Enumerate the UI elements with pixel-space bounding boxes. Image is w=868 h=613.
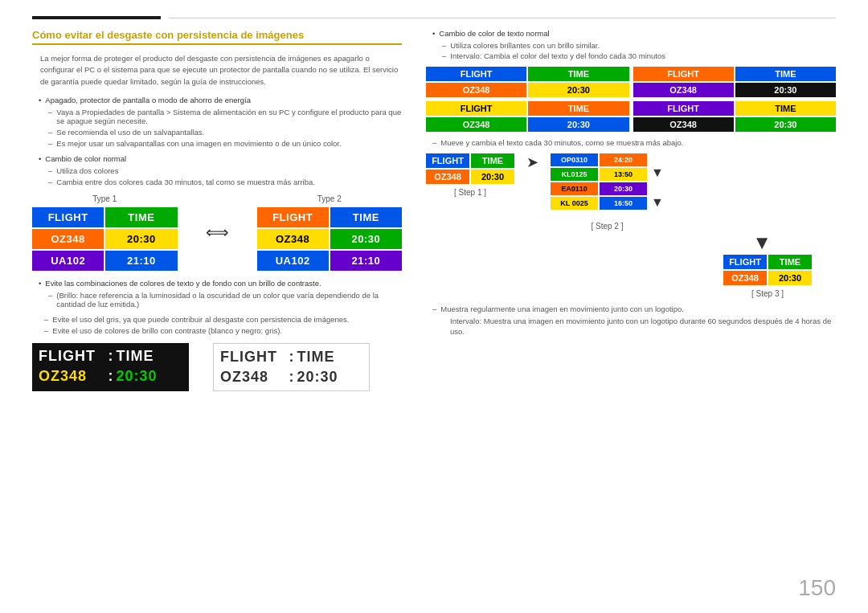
bottom-d2-oz348: OZ348 bbox=[220, 369, 286, 386]
step3-oz: OZ348 bbox=[723, 271, 767, 285]
ce1-time: TIME bbox=[528, 67, 628, 81]
ce4-2030: 20:30 bbox=[735, 117, 836, 132]
dash-note-2: Evite el uso de colores de brillo con co… bbox=[44, 326, 402, 335]
ce2-oz: OZ348 bbox=[633, 83, 734, 97]
bottom-d1-oz348: OZ348 bbox=[39, 368, 105, 385]
type1-2030: 20:30 bbox=[105, 229, 177, 249]
type1-block: Type 1 FLIGHT TIME OZ348 20:30 UA102 21: bbox=[32, 194, 178, 271]
bottom-d2-2030: 20:30 bbox=[297, 369, 363, 386]
steps-row: FLIGHT TIME OZ348 20:30 [ Step 1 ] ➤ bbox=[426, 153, 836, 231]
step1-label: [ Step 1 ] bbox=[454, 188, 486, 197]
ce4-time: TIME bbox=[735, 101, 836, 116]
ce3-oz: OZ348 bbox=[426, 117, 526, 132]
type1-time: TIME bbox=[105, 207, 177, 227]
type-arrow: ⟺ bbox=[202, 194, 233, 271]
step-arrow-right: ➤ bbox=[526, 153, 538, 187]
bottom-d2-time: TIME bbox=[297, 349, 363, 366]
type1-oz348: OZ348 bbox=[32, 229, 104, 249]
step2-kl0025: KL 0025 bbox=[551, 197, 598, 210]
type2-label: Type 2 bbox=[257, 194, 403, 203]
step2-ea0110: EA0110 bbox=[551, 182, 598, 195]
right-bullet-color: Cambio de color de texto normal Utiliza … bbox=[426, 29, 836, 60]
bullet-main-3: Evite las combinaciones de colores de te… bbox=[39, 279, 402, 288]
bottom-d2-colon2: : bbox=[286, 369, 297, 386]
type1-ua102: UA102 bbox=[32, 251, 104, 271]
steps-section: FLIGHT TIME OZ348 20:30 [ Step 1 ] ➤ bbox=[426, 153, 836, 337]
ce3-time: TIME bbox=[528, 101, 628, 116]
right-column: Cambio de color de texto normal Utiliza … bbox=[426, 29, 836, 597]
step2-label: [ Step 2 ] bbox=[591, 222, 623, 231]
ce1-2030: 20:30 bbox=[528, 83, 628, 97]
bullet-sub-2-2: Cambia entre dos colores cada 30 minutos… bbox=[48, 178, 402, 186]
bidirectional-arrow-icon: ⟺ bbox=[206, 223, 229, 242]
step2-2420: 24:20 bbox=[600, 153, 647, 166]
step3-section: FLIGHT TIME OZ348 20:30 [ Step 3 ] bbox=[426, 255, 836, 298]
left-column: Cómo evitar el desgaste con persistencia… bbox=[32, 29, 402, 597]
ce3-2030: 20:30 bbox=[528, 117, 628, 132]
bottom-display-2: FLIGHT : TIME OZ348 : 20:30 bbox=[213, 343, 370, 391]
ce2-flight: FLIGHT bbox=[633, 67, 734, 81]
bullet-contraste: Evite las combinaciones de colores de te… bbox=[32, 279, 402, 309]
color-ex-2: FLIGHT TIME OZ348 20:30 bbox=[633, 67, 837, 97]
right-bullet-sub-1: Utiliza colores brillantes con un brillo… bbox=[442, 41, 836, 50]
ce2-time: TIME bbox=[735, 67, 836, 81]
bottom-d2-flight: FLIGHT bbox=[220, 349, 286, 366]
step2-arrows: ▼ ▼ bbox=[651, 153, 664, 218]
step3-label: [ Step 3 ] bbox=[751, 289, 784, 298]
bullet-sub-1-3: Es mejor usar un salvapantallas con una … bbox=[48, 139, 402, 148]
right-arrow-icon: ➤ bbox=[526, 153, 538, 171]
right-bullet-sub-2: Intervalo: Cambia el color del texto y d… bbox=[442, 51, 836, 60]
bottom-d2-colon1: : bbox=[286, 349, 297, 366]
type-section: Type 1 FLIGHT TIME OZ348 20:30 UA102 21: bbox=[32, 194, 402, 271]
step2-block: OP0310 24:20 KL0125 13:50 EA0110 20:30 bbox=[551, 153, 664, 231]
type1-2110: 21:10 bbox=[105, 251, 177, 271]
bottom-d1-2030: 20:30 bbox=[117, 368, 183, 385]
page: Cómo evitar el desgaste con persistencia… bbox=[0, 0, 868, 613]
step1-oz: OZ348 bbox=[426, 170, 469, 184]
bottom-displays: FLIGHT : TIME OZ348 : 20:30 FLIGHT : bbox=[32, 343, 402, 391]
step1-time: TIME bbox=[471, 153, 514, 168]
down-arrow-2-icon: ▼ bbox=[651, 196, 664, 209]
bullet-sub-3-1: (Brillo: hace referencia a la luminosida… bbox=[48, 291, 402, 309]
intro-text: La mejor forma de proteger el producto d… bbox=[32, 53, 402, 88]
right-dash-note-2: Muestra regularmente una imagen en movim… bbox=[432, 304, 836, 313]
ce4-oz: OZ348 bbox=[633, 117, 734, 132]
ce3-flight: FLIGHT bbox=[426, 101, 526, 116]
bullet-sub-1-2: Se recomienda el uso de un salvapantalla… bbox=[48, 128, 402, 137]
step3-2030: 20:30 bbox=[768, 271, 812, 285]
step3-time: TIME bbox=[768, 255, 812, 269]
step1-2030: 20:30 bbox=[471, 170, 514, 184]
step1-flight: FLIGHT bbox=[426, 153, 469, 168]
step2-op0310: OP0310 bbox=[551, 153, 598, 166]
type2-time: TIME bbox=[330, 207, 402, 227]
ce2-2030: 20:30 bbox=[735, 83, 836, 97]
bullet-main-1: Apagado, protector de pantalla o modo de… bbox=[39, 96, 402, 104]
color-ex-1: FLIGHT TIME OZ348 20:30 bbox=[426, 67, 629, 97]
top-border bbox=[32, 16, 836, 19]
right-bullet-main-1: Cambio de color de texto normal bbox=[432, 29, 836, 38]
ce1-oz: OZ348 bbox=[426, 83, 526, 97]
step2-kl0125: KL0125 bbox=[551, 168, 598, 181]
content: Cómo evitar el desgaste con persistencia… bbox=[32, 29, 836, 597]
bottom-d1-time: TIME bbox=[117, 348, 183, 365]
down-arrow-1-icon: ▼ bbox=[651, 166, 664, 179]
ce1-flight: FLIGHT bbox=[426, 67, 526, 81]
step1-block: FLIGHT TIME OZ348 20:30 [ Step 1 ] bbox=[426, 153, 514, 197]
color-ex-3: FLIGHT TIME OZ348 20:30 bbox=[426, 101, 629, 132]
type2-ua102: UA102 bbox=[257, 251, 329, 271]
type2-block: Type 2 FLIGHT TIME OZ348 20:30 UA102 21: bbox=[257, 194, 403, 271]
top-border-light bbox=[169, 18, 836, 18]
dash-note-1: Evite el uso del gris, ya que puede cont… bbox=[44, 315, 402, 324]
bullet-color: Cambio de color normal Utiliza dos color… bbox=[32, 154, 402, 186]
bullet-main-2: Cambio de color normal bbox=[39, 154, 402, 163]
step2-2030: 20:30 bbox=[600, 182, 647, 195]
type2-flight: FLIGHT bbox=[257, 207, 329, 227]
type1-flight: FLIGHT bbox=[32, 207, 104, 227]
step3-block: FLIGHT TIME OZ348 20:30 [ Step 3 ] bbox=[723, 255, 812, 298]
page-number: 150 bbox=[798, 575, 836, 601]
step2-1650: 16:50 bbox=[600, 197, 647, 210]
right-sub-note: Intervalo: Muestra una imagen en movimie… bbox=[450, 316, 836, 337]
ce4-flight: FLIGHT bbox=[633, 101, 734, 116]
step2-to-step3-arrow: ▼ bbox=[426, 233, 836, 252]
type1-label: Type 1 bbox=[32, 194, 178, 203]
